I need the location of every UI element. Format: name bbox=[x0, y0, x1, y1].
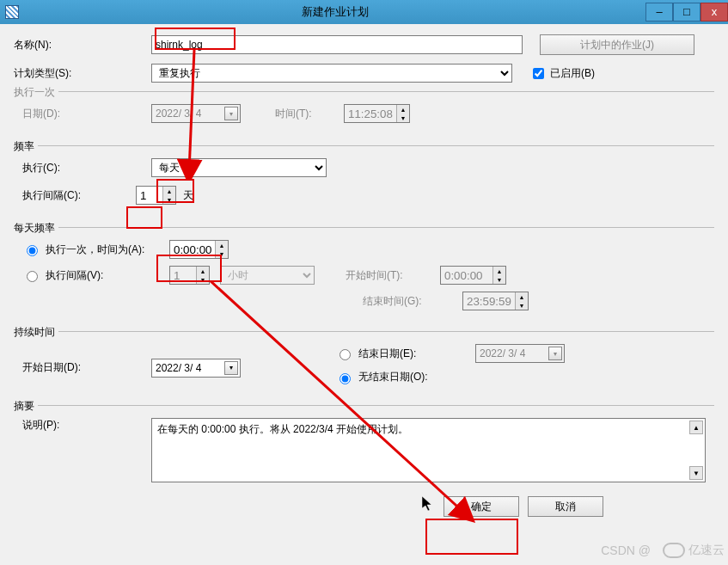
daily-interval-unit-select: 小时 bbox=[220, 266, 315, 285]
no-end-date-label: 无结束日期(O): bbox=[358, 370, 428, 384]
end-date-input: 2022/ 3/ 4 ▾ bbox=[475, 344, 565, 363]
description-textarea[interactable]: 在每天的 0:00:00 执行。将从 2022/3/4 开始使用计划。 ▲ ▼ bbox=[151, 418, 706, 482]
daily-once-radio[interactable] bbox=[27, 245, 38, 256]
duration-group: 持续时间 开始日期(D): 2022/ 3/ 4 ▾ 结束日期(E): 2022… bbox=[14, 331, 714, 398]
daily-interval-label: 执行间隔(V): bbox=[46, 268, 164, 283]
exec-frequency-select[interactable]: 每天 bbox=[151, 158, 327, 177]
frequency-group: 频率 执行(C): 每天 执行间隔(C): ▲▼ 天 bbox=[14, 145, 714, 220]
run-once-group: 执行一次 日期(D): 2022/ 3/ 4 ▾ 时间(T): ▲▼ bbox=[14, 91, 714, 138]
scroll-up-icon[interactable]: ▲ bbox=[689, 421, 703, 434]
calendar-icon[interactable]: ▾ bbox=[224, 361, 238, 375]
app-icon bbox=[5, 5, 19, 19]
spin-up-icon: ▲ bbox=[197, 267, 209, 275]
interval-input[interactable]: ▲▼ bbox=[136, 186, 176, 205]
calendar-icon: ▾ bbox=[224, 107, 238, 120]
name-input[interactable] bbox=[151, 35, 523, 54]
cloud-icon bbox=[663, 543, 685, 558]
plan-jobs-button[interactable]: 计划中的作业(J) bbox=[540, 34, 694, 55]
once-date-input: 2022/ 3/ 4 ▾ bbox=[151, 104, 241, 123]
start-time-input: ▲▼ bbox=[440, 266, 506, 285]
enabled-checkbox[interactable]: 已启用(B) bbox=[529, 65, 595, 82]
titlebar: 新建作业计划 – □ x bbox=[0, 0, 728, 24]
cancel-button[interactable]: 取消 bbox=[528, 496, 603, 517]
enabled-checkbox-input[interactable] bbox=[533, 68, 544, 79]
spin-down-icon: ▼ bbox=[197, 275, 209, 284]
no-end-date-radio[interactable] bbox=[340, 373, 351, 384]
spin-up-icon: ▲ bbox=[397, 105, 409, 114]
schedule-type-select[interactable]: 重复执行 bbox=[151, 64, 512, 83]
spin-down-icon[interactable]: ▼ bbox=[163, 195, 175, 204]
schedule-type-label: 计划类型(S): bbox=[14, 66, 151, 81]
dialog-body: 名称(N): 计划中的作业(J) 计划类型(S): 重复执行 已启用(B) 执行… bbox=[0, 24, 728, 527]
duration-legend: 持续时间 bbox=[14, 325, 58, 340]
name-label: 名称(N): bbox=[14, 38, 151, 52]
end-time-input: ▲▼ bbox=[462, 292, 529, 310]
enabled-label: 已启用(B) bbox=[550, 66, 595, 81]
description-label: 说明(P): bbox=[22, 418, 151, 482]
interval-label: 执行间隔(C): bbox=[22, 188, 136, 203]
once-date-label: 日期(D): bbox=[22, 107, 151, 121]
cursor-icon bbox=[422, 496, 436, 513]
interval-unit: 天 bbox=[183, 188, 193, 203]
minimize-button[interactable]: – bbox=[645, 3, 673, 21]
end-date-radio[interactable] bbox=[340, 349, 351, 360]
window-title: 新建作业计划 bbox=[24, 4, 645, 20]
spin-down-icon[interactable]: ▼ bbox=[216, 249, 228, 258]
daily-legend: 每天频率 bbox=[14, 221, 58, 236]
scroll-down-icon[interactable]: ▼ bbox=[689, 466, 703, 480]
calendar-icon: ▾ bbox=[548, 347, 562, 360]
frequency-legend: 频率 bbox=[14, 139, 38, 154]
spin-up-icon[interactable]: ▲ bbox=[163, 187, 175, 195]
start-date-input[interactable]: 2022/ 3/ 4 ▾ bbox=[151, 359, 241, 378]
spin-down-icon: ▼ bbox=[397, 114, 409, 122]
scrollbar[interactable]: ▲ ▼ bbox=[689, 421, 703, 480]
once-time-input: ▲▼ bbox=[344, 104, 410, 123]
once-time-label: 时间(T): bbox=[275, 107, 344, 121]
daily-once-time-input[interactable]: ▲▼ bbox=[169, 240, 229, 259]
daily-once-label: 执行一次，时间为(A): bbox=[46, 243, 164, 257]
watermark: CSDN @ 亿速云 bbox=[601, 543, 725, 558]
daily-frequency-group: 每天频率 执行一次，时间为(A): ▲▼ 执行间隔(V): ▲▼ 小时 开始时间… bbox=[14, 227, 714, 324]
spin-up-icon[interactable]: ▲ bbox=[216, 241, 228, 249]
end-time-label: 结束时间(G): bbox=[363, 294, 457, 309]
summary-group: 摘要 说明(P): 在每天的 0:00:00 执行。将从 2022/3/4 开始… bbox=[14, 405, 714, 489]
start-date-label: 开始日期(D): bbox=[22, 360, 151, 375]
daily-interval-value: ▲▼ bbox=[169, 266, 210, 285]
close-button[interactable]: x bbox=[700, 3, 728, 21]
exec-label: 执行(C): bbox=[22, 161, 151, 175]
summary-legend: 摘要 bbox=[14, 399, 38, 414]
daily-interval-radio[interactable] bbox=[27, 271, 38, 282]
ok-button[interactable]: 确定 bbox=[444, 496, 519, 517]
maximize-button[interactable]: □ bbox=[673, 3, 700, 21]
end-date-label: 结束日期(E): bbox=[358, 347, 470, 361]
start-time-label: 开始时间(T): bbox=[346, 268, 440, 283]
run-once-legend: 执行一次 bbox=[14, 85, 58, 100]
